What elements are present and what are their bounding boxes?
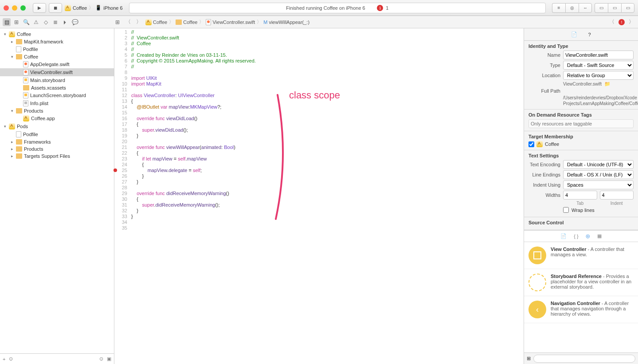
disclosure-icon[interactable]: ▾ — [10, 109, 14, 113]
window-controls — [4, 5, 26, 11]
related-items-icon[interactable]: ⊞ — [114, 18, 121, 26]
indent-width-field[interactable] — [600, 191, 634, 200]
nav-item[interactable]: LaunchScreen.storyboard — [0, 91, 114, 99]
back-button[interactable]: 〈 — [124, 18, 132, 26]
add-button[interactable]: + — [3, 356, 5, 362]
folder-yellow-icon — [16, 39, 22, 44]
library-item-icon: ‹ — [528, 301, 546, 318]
recent-filter[interactable]: ⊙ — [99, 356, 103, 362]
jump-bar[interactable]: Coffee 〉 Coffee 〉 ViewController.swift 〉… — [145, 19, 605, 25]
disclosure-icon[interactable]: ▾ — [10, 55, 14, 59]
encoding-select[interactable]: Default - Unicode (UTF-8) — [563, 160, 634, 169]
library-filter[interactable] — [533, 355, 635, 363]
wrap-lines-checkbox[interactable] — [563, 207, 569, 213]
version-editor-button[interactable]: ↔ — [579, 3, 592, 13]
disclosure-icon[interactable]: ▸ — [10, 147, 14, 151]
folder-yellow-icon — [16, 146, 22, 152]
swift-icon — [23, 69, 28, 75]
nav-item[interactable]: ▸Targets Support Files — [0, 153, 114, 160]
folder-yellow-icon — [16, 153, 22, 159]
prev-issue-button[interactable]: 〈 — [608, 18, 616, 26]
code-area[interactable]: //// ViewController.swift// Coffee//// C… — [129, 28, 524, 364]
zoom-window[interactable] — [20, 5, 26, 11]
project-nav-tab[interactable]: ▤ — [3, 18, 11, 26]
nav-item-label: Products — [24, 146, 43, 152]
indent-select[interactable]: Spaces — [563, 180, 634, 189]
filter-icon[interactable]: ⊙ — [9, 356, 13, 362]
nav-item[interactable]: ▾Coffee — [0, 53, 114, 60]
disclosure-icon[interactable]: ▾ — [3, 124, 7, 129]
nav-item[interactable]: ▸Frameworks — [0, 138, 114, 145]
name-field[interactable] — [563, 51, 634, 59]
file-inspector-tab[interactable]: 📄 — [571, 31, 577, 37]
nav-item[interactable]: ▾Products — [0, 107, 114, 114]
toggle-navigator-button[interactable]: ▭ — [595, 3, 608, 13]
nav-item-label: Podfile — [23, 132, 38, 137]
close-window[interactable] — [4, 5, 9, 11]
library-item[interactable]: View Controller - A controller that mana… — [524, 242, 638, 269]
location-select[interactable]: Relative to Group — [563, 71, 634, 80]
breakpoint-nav-tab[interactable]: ⏵ — [61, 18, 69, 26]
find-nav-tab[interactable]: 🔍 — [22, 18, 30, 26]
nav-item-label: LaunchScreen.storyboard — [30, 93, 86, 98]
nav-item[interactable]: ▾Pods — [0, 122, 114, 130]
standard-editor-button[interactable]: ≡ — [552, 3, 565, 13]
scheme-selector[interactable]: Coffee 〉 📱 iPhone 6 — [65, 4, 123, 11]
nav-item[interactable]: ViewController.swift — [0, 68, 114, 76]
code-editor[interactable]: 1234567891011121314151617181920212223242… — [114, 28, 524, 364]
project-navigator: ▾Coffee▸MapKit.frameworkPodfile▾CoffeeAp… — [0, 28, 114, 364]
object-library-tab[interactable]: ◎ — [586, 233, 590, 239]
next-issue-button[interactable]: 〉 — [627, 18, 635, 26]
identity-header: Identity and Type — [528, 43, 634, 49]
type-select[interactable]: Default - Swift Source — [563, 61, 634, 70]
grid-view-icon[interactable]: ⊞ — [527, 356, 531, 361]
nav-item[interactable]: ▾Coffee — [0, 30, 114, 38]
tab-width-field[interactable] — [563, 191, 597, 200]
scheme-device: iPhone 6 — [103, 5, 122, 11]
nav-item[interactable]: AppDelegate.swift — [0, 60, 114, 68]
folder-yellow-icon — [16, 54, 22, 59]
issue-indicator[interactable]: ! — [618, 19, 625, 25]
quick-help-tab[interactable]: ? — [588, 32, 591, 37]
nav-item[interactable]: Main.storyboard — [0, 76, 114, 84]
test-nav-tab[interactable]: ◇ — [42, 18, 50, 26]
issue-nav-tab[interactable]: ⚠ — [32, 18, 40, 26]
target-checkbox[interactable] — [528, 141, 534, 147]
minimize-window[interactable] — [12, 5, 17, 11]
folder-icon[interactable]: 📁 — [604, 81, 611, 87]
media-library-tab[interactable]: ▦ — [597, 233, 602, 239]
nav-item[interactable]: Assets.xcassets — [0, 84, 114, 91]
disclosure-icon[interactable]: ▸ — [10, 39, 14, 44]
activity-status: Finished running Coffee on iPhone 6 1 1 — [129, 3, 546, 13]
assistant-editor-button[interactable]: ◎ — [565, 3, 579, 13]
disclosure-icon[interactable]: ▾ — [3, 32, 7, 36]
disclosure-icon[interactable]: ▸ — [10, 154, 14, 158]
library-item[interactable]: Storyboard Reference - Provides a placeh… — [524, 269, 638, 296]
symbol-nav-tab[interactable]: ⊞ — [12, 18, 20, 26]
nav-item[interactable]: Coffee.app — [0, 114, 114, 122]
toggle-debug-button[interactable]: ▭ — [608, 3, 621, 13]
nav-item[interactable]: Info.plist — [0, 99, 114, 107]
scm-filter[interactable]: ▣ — [107, 356, 111, 362]
library-item-text: Navigation Controller - A controller tha… — [551, 301, 634, 318]
run-button[interactable]: ▶ — [33, 3, 46, 13]
nav-item[interactable]: ▸Products — [0, 145, 114, 153]
plist-icon — [23, 100, 28, 106]
file-icon — [16, 46, 21, 52]
debug-nav-tab[interactable]: ≣ — [51, 18, 59, 26]
library-item[interactable]: ‹Navigation Controller - A controller th… — [524, 296, 638, 323]
report-nav-tab[interactable]: 💬 — [71, 18, 79, 26]
forward-button[interactable]: 〉 — [135, 18, 143, 26]
line-endings-select[interactable]: Default - OS X / Unix (LF) — [563, 170, 634, 179]
nav-item[interactable]: ▸MapKit.framework — [0, 38, 114, 45]
toggle-inspector-button[interactable]: ▭ — [621, 3, 634, 13]
error-badge[interactable]: 1 — [377, 5, 383, 11]
nav-item[interactable]: Podfile — [0, 45, 114, 53]
nav-item-label: AppDelegate.swift — [30, 62, 70, 67]
stop-button[interactable]: ◼ — [49, 3, 62, 13]
file-templates-tab[interactable]: 📄 — [560, 233, 567, 239]
nav-item[interactable]: Podfile — [0, 130, 114, 138]
disclosure-icon[interactable]: ▸ — [10, 140, 14, 144]
code-snippets-tab[interactable]: { } — [574, 234, 578, 239]
resource-tags-field[interactable] — [528, 119, 634, 128]
